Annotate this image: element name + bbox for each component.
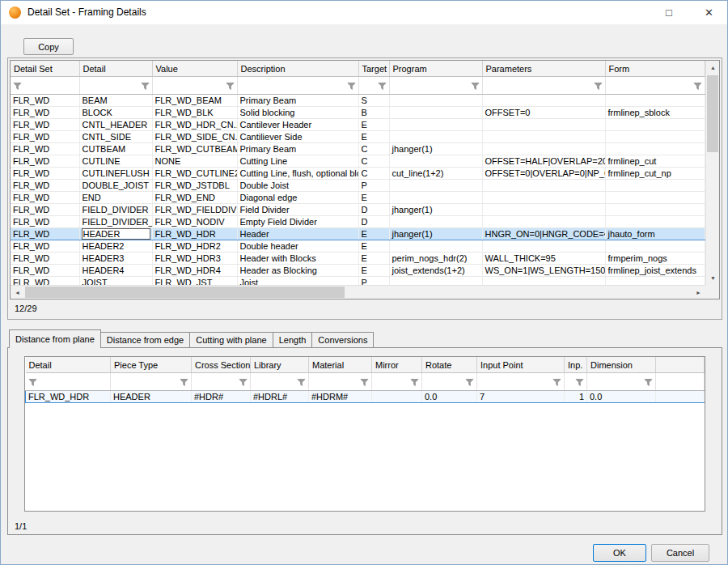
vertical-scrollbar[interactable]: ▲ ▼	[705, 61, 719, 285]
cell[interactable]: S	[358, 95, 389, 107]
cell[interactable]: FLR_WD	[11, 228, 79, 240]
cell[interactable]: FLR_WD_JST	[152, 277, 237, 286]
cell[interactable]: jhauto_form	[605, 228, 705, 240]
column-header[interactable]: Mirror	[372, 357, 422, 373]
column-header[interactable]: Detail	[26, 357, 111, 373]
cell[interactable]: frmperim_nogs	[605, 253, 705, 265]
filter-cell[interactable]	[422, 373, 477, 391]
cell[interactable]	[389, 192, 482, 204]
cell[interactable]: #HDRM#	[309, 391, 372, 403]
cell[interactable]: BEAM	[79, 95, 152, 107]
table-row[interactable]: FLR_WDCUTLINENONECutting LineCOFFSET=HAL…	[11, 155, 705, 168]
cell[interactable]: frmlinep_cut_np	[605, 168, 705, 180]
cell[interactable]	[605, 180, 705, 192]
cell[interactable]: B	[358, 107, 389, 119]
filter-cell[interactable]	[587, 373, 656, 391]
cell[interactable]	[482, 240, 605, 253]
filter-icon[interactable]	[239, 378, 248, 387]
cell[interactable]: E	[358, 253, 389, 265]
cell[interactable]: FLR_WD	[11, 107, 79, 119]
cell[interactable]: 0.0	[587, 391, 656, 403]
cell[interactable]: Double header	[237, 240, 358, 253]
close-icon[interactable]: ✕	[691, 1, 727, 24]
cell[interactable]: FLR_WD	[11, 240, 79, 253]
table-row[interactable]: FLR_WDFIELD_DIVIDERFLR_WD_FIELDDIVField …	[11, 204, 705, 216]
cell[interactable]	[605, 131, 705, 143]
cell[interactable]	[372, 391, 422, 403]
column-header[interactable]: Value	[152, 61, 237, 77]
cell[interactable]: FLR_WD_END	[152, 192, 237, 204]
cell[interactable]: frmlinep_sblock	[605, 107, 705, 119]
column-header[interactable]: Inp.	[565, 357, 587, 373]
cell[interactable]: HNGR_ON=0|HNGR_CODE=<>|...	[482, 228, 605, 240]
cell[interactable]: Empty Field Divider	[237, 216, 358, 228]
cell[interactable]: FLR_WD_HDR3	[152, 253, 237, 265]
cell[interactable]: OFFSET=HALF|OVERLAP=200	[482, 155, 605, 168]
table-row[interactable]: FLR_WDBEAMFLR_WD_BEAMPrimary BeamS	[11, 95, 705, 107]
cell[interactable]: joist_extends(1+2)	[389, 265, 482, 277]
filter-cell[interactable]	[26, 373, 111, 391]
scroll-right-icon[interactable]: ►	[692, 286, 705, 299]
cell[interactable]	[482, 216, 605, 228]
cell[interactable]: FLR_WD	[11, 216, 79, 228]
cell[interactable]	[605, 143, 705, 155]
filter-icon[interactable]	[13, 82, 22, 91]
cell[interactable]: CNTL_SIDE	[79, 131, 152, 143]
table-row[interactable]: FLR_WDENDFLR_WD_ENDDiagonal edgeE	[11, 192, 705, 204]
cell[interactable]	[605, 216, 705, 228]
cell[interactable]: HEADER2	[79, 240, 152, 253]
horizontal-scrollbar[interactable]: ◄ ►	[11, 285, 705, 299]
cell[interactable]: Joist	[237, 277, 358, 286]
cell[interactable]: FLR_WD_HDR	[26, 391, 111, 403]
filter-cell[interactable]	[152, 77, 237, 95]
filter-icon[interactable]	[693, 82, 702, 91]
cell[interactable]: jhanger(1)	[389, 228, 482, 240]
cell[interactable]	[389, 240, 482, 253]
filter-cell[interactable]	[565, 373, 587, 391]
filter-cell[interactable]	[79, 77, 152, 95]
filter-cell[interactable]	[389, 77, 482, 95]
cell[interactable]: #HDR#	[192, 391, 251, 403]
cell[interactable]	[482, 131, 605, 143]
filter-cell[interactable]	[192, 373, 251, 391]
cell[interactable]: FLR_WD	[11, 253, 79, 265]
cell[interactable]: Diagonal edge	[237, 192, 358, 204]
cell[interactable]	[482, 180, 605, 192]
cell[interactable]: OFFSET=0|OVERLAP=0|NP_ON=...	[482, 168, 605, 180]
cell[interactable]: D	[358, 216, 389, 228]
cell[interactable]	[605, 240, 705, 253]
cell[interactable]: FLR_WD_NODIV	[152, 216, 237, 228]
cell[interactable]: FLR_WD	[11, 204, 79, 216]
table-row[interactable]: FLR_WDHEADERFLR_WD_HDRHeaderEjhanger(1)H…	[11, 228, 705, 240]
table-row[interactable]: FLR_WD_HDRHEADER#HDR##HDRL##HDRM#0.0710.…	[26, 391, 705, 403]
table-row[interactable]: FLR_WDCUTLINEFLUSHFLR_WD_CUTLINE2Cutting…	[11, 168, 705, 180]
cell[interactable]	[389, 216, 482, 228]
filter-icon[interactable]	[180, 378, 188, 387]
tab-distance-from-plane[interactable]: Distance from plane	[9, 329, 101, 348]
cell[interactable]: Header	[237, 228, 358, 240]
table-row[interactable]: FLR_WDFIELD_DIVIDER_...FLR_WD_NODIVEmpty…	[11, 216, 705, 228]
filter-icon[interactable]	[141, 82, 150, 91]
cell[interactable]: P	[358, 277, 389, 286]
cell[interactable]: FLR_WD	[11, 277, 79, 286]
cell-editor[interactable]: HEADER	[82, 228, 150, 240]
cell[interactable]: FLR_WD	[11, 155, 79, 168]
cell[interactable]: CUTLINEFLUSH	[79, 168, 152, 180]
cell[interactable]	[605, 204, 705, 216]
cell[interactable]: Double Joist	[237, 180, 358, 192]
cell[interactable]: FLR_WD_HDR_CN...	[152, 119, 237, 131]
cell[interactable]: perim_nogs_hdr(2)	[389, 253, 482, 265]
filter-cell[interactable]	[251, 373, 309, 391]
cell[interactable]: FLR_WD_CUTLINE2	[152, 168, 237, 180]
cell[interactable]: WALL_THICK=95	[482, 253, 605, 265]
cell[interactable]: HEADER4	[79, 265, 152, 277]
cell[interactable]: Cutting Line, flush, optional bloc...	[237, 168, 358, 180]
cell[interactable]	[482, 119, 605, 131]
cell[interactable]: FLR_WD_JSTDBL	[152, 180, 237, 192]
column-header[interactable]: Parameters	[482, 61, 605, 77]
filter-cell[interactable]	[111, 373, 192, 391]
cell[interactable]: HEADER	[79, 228, 152, 240]
cell[interactable]	[389, 131, 482, 143]
table-row[interactable]: FLR_WDCUTBEAMFLR_WD_CUTBEAMPrimary BeamC…	[11, 143, 705, 155]
cell[interactable]: END	[79, 192, 152, 204]
